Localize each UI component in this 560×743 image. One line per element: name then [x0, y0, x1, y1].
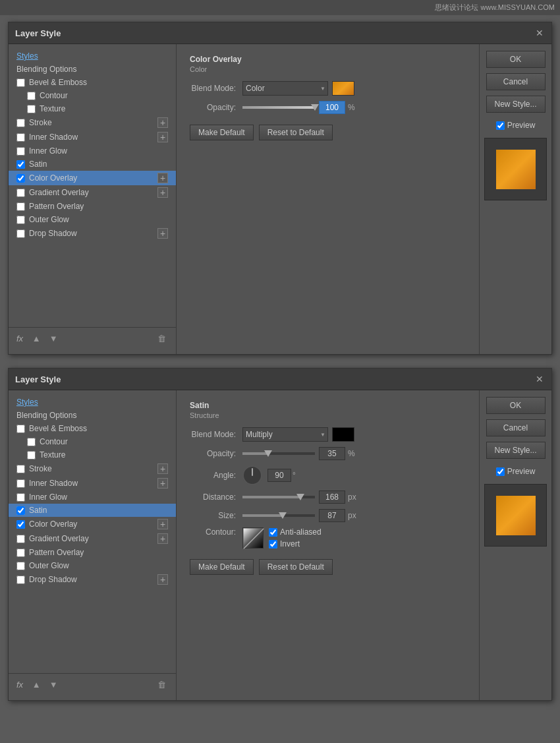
opacity-input-2[interactable]: [319, 447, 345, 460]
drop-shadow-add-icon-1[interactable]: +: [157, 228, 168, 239]
move-up-button-2[interactable]: ▲: [30, 678, 43, 691]
drop-shadow-item-2[interactable]: Drop Shadow +: [9, 572, 176, 587]
color-swatch-2[interactable]: [332, 427, 354, 442]
texture-item[interactable]: Texture: [9, 102, 176, 115]
inner-shadow-add-icon-1[interactable]: +: [157, 132, 168, 142]
blend-mode-row-1: Blend Mode: Color Normal Multiply Screen: [190, 81, 466, 96]
outer-glow-item-2[interactable]: Outer Glow: [9, 559, 176, 572]
delete-button-1[interactable]: 🗑: [155, 332, 168, 345]
inner-shadow-add-icon-2[interactable]: +: [157, 478, 168, 489]
styles-label[interactable]: Styles: [16, 51, 168, 61]
pattern-overlay-item-1[interactable]: Pattern Overlay: [9, 200, 176, 213]
blending-options-item[interactable]: Blending Options: [9, 63, 176, 76]
bevel-emboss-item-2[interactable]: Bevel & Emboss: [9, 422, 176, 435]
drop-shadow-checkbox-1[interactable]: [16, 229, 25, 238]
distance-slider[interactable]: [242, 496, 315, 498]
drop-shadow-item-1[interactable]: Drop Shadow +: [9, 226, 176, 241]
ok-button-2[interactable]: OK: [486, 397, 546, 414]
inner-glow-checkbox-1[interactable]: [16, 147, 25, 156]
stroke-item[interactable]: Stroke +: [9, 115, 176, 130]
color-overlay-checkbox-1[interactable]: [16, 174, 25, 183]
pattern-overlay-item-2[interactable]: Pattern Overlay: [9, 546, 176, 559]
anti-aliased-checkbox[interactable]: [269, 528, 277, 537]
stroke-checkbox-2[interactable]: [16, 465, 25, 473]
color-overlay-item-2[interactable]: Color Overlay +: [9, 517, 176, 531]
move-down-button-2[interactable]: ▼: [47, 678, 60, 691]
inner-glow-item-2[interactable]: Inner Glow: [9, 490, 176, 504]
preview-checkbox-1[interactable]: [496, 121, 505, 130]
new-style-button-1[interactable]: New Style...: [486, 96, 546, 113]
close-button-2[interactable]: ✕: [534, 374, 545, 384]
inner-glow-checkbox-2[interactable]: [16, 493, 25, 502]
contour-item[interactable]: Contour: [9, 89, 176, 102]
invert-checkbox[interactable]: [269, 540, 277, 549]
distance-input[interactable]: [319, 490, 345, 504]
texture-checkbox-2[interactable]: [27, 451, 36, 460]
stroke-item-2[interactable]: Stroke +: [9, 461, 176, 476]
preview-checkbox-2[interactable]: [496, 467, 505, 476]
make-default-button-2[interactable]: Make Default: [190, 559, 254, 575]
inner-shadow-checkbox-1[interactable]: [16, 133, 25, 142]
move-up-button-1[interactable]: ▲: [30, 332, 43, 345]
make-default-button-1[interactable]: Make Default: [190, 125, 254, 140]
opacity-slider-2[interactable]: [242, 452, 315, 455]
stroke-checkbox[interactable]: [16, 119, 25, 127]
opacity-input-1[interactable]: [319, 101, 345, 114]
contour-checkbox-2[interactable]: [27, 438, 36, 446]
gradient-overlay-add-icon-1[interactable]: +: [157, 187, 168, 198]
size-input[interactable]: [319, 509, 345, 522]
gradient-overlay-checkbox-1[interactable]: [16, 189, 25, 197]
color-overlay-add-icon[interactable]: +: [157, 173, 168, 183]
pattern-overlay-checkbox-1[interactable]: [16, 202, 25, 211]
color-swatch-1[interactable]: [332, 81, 354, 96]
drop-shadow-checkbox-2[interactable]: [16, 576, 25, 584]
color-overlay-item-1[interactable]: Color Overlay +: [9, 171, 176, 185]
stroke-add-icon-2[interactable]: +: [157, 463, 168, 474]
pattern-overlay-checkbox-2[interactable]: [16, 549, 25, 557]
gradient-overlay-checkbox-2[interactable]: [16, 535, 25, 543]
delete-button-2[interactable]: 🗑: [155, 678, 168, 691]
color-overlay-add-icon-2[interactable]: +: [157, 519, 168, 529]
outer-glow-item-1[interactable]: Outer Glow: [9, 213, 176, 226]
stroke-add-icon[interactable]: +: [157, 117, 168, 128]
bevel-checkbox[interactable]: [16, 78, 25, 87]
outer-glow-checkbox-2[interactable]: [16, 562, 25, 570]
blend-mode-select-1[interactable]: Color Normal Multiply Screen: [242, 81, 328, 96]
opacity-slider-1[interactable]: [242, 106, 315, 109]
styles-label-2[interactable]: Styles: [16, 398, 168, 407]
satin-checkbox-2[interactable]: [16, 506, 25, 515]
contour-item-2[interactable]: Contour: [9, 435, 176, 448]
ok-button-1[interactable]: OK: [486, 51, 546, 68]
move-down-button-1[interactable]: ▼: [47, 332, 60, 345]
texture-checkbox[interactable]: [27, 105, 36, 113]
gradient-overlay-item-2[interactable]: Gradient Overlay +: [9, 531, 176, 546]
satin-checkbox-1[interactable]: [16, 160, 25, 169]
inner-shadow-checkbox-2[interactable]: [16, 479, 25, 488]
color-overlay-checkbox-2[interactable]: [16, 520, 25, 529]
reset-default-button-1[interactable]: Reset to Default: [259, 125, 333, 140]
satin-item-2[interactable]: Satin: [9, 504, 176, 517]
gradient-overlay-add-icon-2[interactable]: +: [157, 533, 168, 544]
reset-default-button-2[interactable]: Reset to Default: [259, 559, 333, 575]
cancel-button-1[interactable]: Cancel: [486, 73, 546, 90]
close-button-1[interactable]: ✕: [534, 28, 545, 38]
inner-shadow-item-1[interactable]: Inner Shadow +: [9, 130, 176, 144]
satin-item-1[interactable]: Satin: [9, 158, 176, 171]
angle-input[interactable]: [267, 469, 291, 482]
texture-item-2[interactable]: Texture: [9, 448, 176, 461]
outer-glow-checkbox-1[interactable]: [16, 216, 25, 224]
inner-glow-item-1[interactable]: Inner Glow: [9, 144, 176, 158]
gradient-overlay-item-1[interactable]: Gradient Overlay +: [9, 185, 176, 200]
cancel-button-2[interactable]: Cancel: [486, 419, 546, 436]
bevel-emboss-item[interactable]: Bevel & Emboss: [9, 76, 176, 89]
contour-checkbox[interactable]: [27, 92, 36, 100]
blend-mode-select-2[interactable]: Multiply Normal Color: [242, 427, 328, 442]
bevel-checkbox-2[interactable]: [16, 425, 25, 433]
new-style-button-2[interactable]: New Style...: [486, 442, 546, 459]
blending-options-item-2[interactable]: Blending Options: [9, 409, 176, 422]
contour-thumbnail[interactable]: [242, 527, 264, 549]
inner-shadow-item-2[interactable]: Inner Shadow +: [9, 476, 176, 490]
angle-dial[interactable]: [242, 465, 262, 485]
size-slider[interactable]: [242, 514, 315, 517]
drop-shadow-add-icon-2[interactable]: +: [157, 574, 168, 585]
